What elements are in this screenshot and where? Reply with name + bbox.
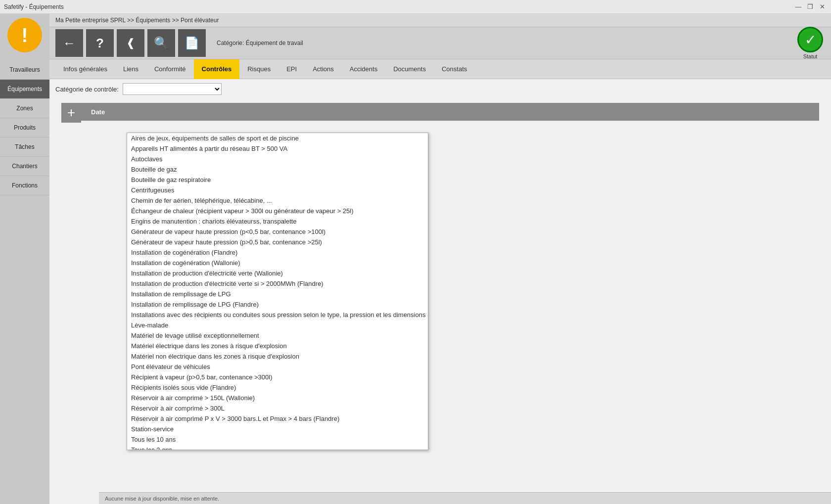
dropdown-item[interactable]: Installation de production d'électricité…: [127, 268, 428, 278]
category-select[interactable]: [123, 83, 222, 95]
search-button[interactable]: 🔍: [147, 29, 175, 57]
tab-risques[interactable]: Risques: [239, 59, 278, 79]
dropdown-item[interactable]: Matériel électrique dans les zones à ris…: [127, 341, 428, 351]
minimize-button[interactable]: —: [793, 2, 803, 12]
dropdown-item[interactable]: Générateur de vapeur haute pression (p>0…: [127, 237, 428, 247]
tab-infos-generales[interactable]: Infos générales: [55, 59, 115, 79]
window-title: Safetify - Équipements: [4, 3, 64, 10]
dropdown-item[interactable]: Installation de cogénération (Flandre): [127, 247, 428, 258]
tab-epi[interactable]: EPI: [278, 59, 305, 79]
table-header: Date: [81, 103, 819, 121]
sidebar-item-produits[interactable]: Produits: [0, 118, 49, 137]
breadcrumb: Ma Petite entreprise SPRL >> Équipements…: [49, 14, 831, 27]
toolbar: ← ? ❰ 🔍 📄 Catégorie: Équipement de trava…: [49, 27, 831, 59]
category-label: Catégorie: Équipement de travail: [217, 40, 303, 46]
dropdown-item[interactable]: Matériel de levage utilisé exceptionnell…: [127, 330, 428, 341]
action-area: + Date: [49, 99, 831, 127]
dropdown-item[interactable]: Installation de remplissage de LPG (Flan…: [127, 299, 428, 310]
dropdown-item[interactable]: Aires de jeux, équipements de salles de …: [127, 133, 428, 143]
dropdown-item[interactable]: Tous les 10 ans: [127, 434, 428, 445]
tab-constats[interactable]: Constats: [434, 59, 475, 79]
dropdown-item[interactable]: Chemin de fer aérien, téléphérique, télé…: [127, 195, 428, 206]
dropdown-list: Aires de jeux, équipements de salles de …: [127, 133, 428, 450]
sidebar-item-fonctions[interactable]: Fonctions: [0, 176, 49, 195]
statut-button[interactable]: ✓ Statut: [797, 27, 823, 59]
statut-circle: ✓: [797, 27, 823, 52]
tab-controles[interactable]: Contrôles: [194, 59, 240, 79]
sidebar-item-equipements[interactable]: Équipements: [0, 80, 49, 99]
add-button[interactable]: +: [61, 103, 81, 123]
close-button[interactable]: ✕: [817, 2, 827, 12]
dropdown-item[interactable]: Tous les 2 ans: [127, 445, 428, 450]
dropdown-item[interactable]: Installation de production d'électricité…: [127, 278, 428, 289]
maximize-button[interactable]: ❐: [805, 2, 815, 12]
sidebar-item-travailleurs[interactable]: Travailleurs: [0, 60, 49, 80]
document-button[interactable]: 📄: [178, 29, 206, 57]
dropdown-container[interactable]: Aires de jeux, équipements de salles de …: [127, 133, 428, 450]
tab-liens[interactable]: Liens: [115, 59, 146, 79]
dropdown-item[interactable]: Centrifugeuses: [127, 185, 428, 195]
filter-row: Catégorie de contrôle:: [49, 79, 831, 99]
statut-label: Statut: [803, 53, 818, 59]
filter-label: Catégorie de contrôle:: [55, 86, 119, 93]
content-wrapper: Catégorie de contrôle: + Date: [49, 79, 831, 504]
sidebar-item-chantiers[interactable]: Chantiers: [0, 157, 49, 176]
dropdown-item[interactable]: Autoclaves: [127, 154, 428, 164]
window-controls: — ❐ ✕: [793, 2, 827, 12]
dropdown-item[interactable]: Matériel non électrique dans les zones à…: [127, 351, 428, 362]
share-button[interactable]: ❰: [117, 29, 144, 57]
dropdown-overlay: Aires de jeux, équipements de salles de …: [49, 79, 831, 504]
dropdown-item[interactable]: Appareils HT alimentés à partir du résea…: [127, 143, 428, 154]
dropdown-item[interactable]: Bouteille de gaz: [127, 164, 428, 175]
content-area: Ma Petite entreprise SPRL >> Équipements…: [49, 14, 831, 504]
dropdown-item[interactable]: Pont élévateur de véhicules: [127, 362, 428, 372]
help-button[interactable]: ?: [86, 29, 114, 57]
dropdown-item[interactable]: Lève-malade: [127, 320, 428, 330]
tab-accidents[interactable]: Accidents: [342, 59, 385, 79]
status-text: Aucune mise à jour disponible, mise en a…: [105, 496, 219, 502]
sidebar-item-zones[interactable]: Zones: [0, 99, 49, 118]
dropdown-item[interactable]: Échangeur de chaleur (récipient vapeur >…: [127, 206, 428, 216]
dropdown-item[interactable]: Engins de manutention : chariots élévate…: [127, 216, 428, 227]
sidebar: ! Travailleurs Équipements Zones Produit…: [0, 14, 49, 504]
dropdown-item[interactable]: Réservoir à air comprimé > 300L: [127, 403, 428, 413]
dropdown-item[interactable]: Réservoir à air comprimé > 150L (Walloni…: [127, 393, 428, 403]
back-button[interactable]: ←: [55, 29, 83, 57]
logo-icon: !: [21, 24, 28, 46]
nav-tabs: Infos générales Liens Conformité Contrôl…: [49, 59, 831, 79]
dropdown-item[interactable]: Récipients isolés sous vide (Flandre): [127, 382, 428, 393]
tab-conformite[interactable]: Conformité: [146, 59, 194, 79]
status-bar: Aucune mise à jour disponible, mise en a…: [99, 492, 831, 504]
main-layout: ! Travailleurs Équipements Zones Produit…: [0, 14, 831, 504]
dropdown-item[interactable]: Installation de remplissage de LPG: [127, 289, 428, 299]
dropdown-item[interactable]: Station-service: [127, 424, 428, 434]
dropdown-item[interactable]: Installation de cogénération (Wallonie): [127, 258, 428, 268]
dropdown-item[interactable]: Récipient à vapeur (p>0,5 bar, contenanc…: [127, 372, 428, 382]
sidebar-item-taches[interactable]: Tâches: [0, 137, 49, 157]
dropdown-item[interactable]: Générateur de vapeur haute pression (p<0…: [127, 227, 428, 237]
date-column-header: Date: [87, 108, 109, 116]
titlebar: Safetify - Équipements — ❐ ✕: [0, 0, 831, 14]
dropdown-item[interactable]: Bouteille de gaz respiratoire: [127, 175, 428, 185]
tab-documents[interactable]: Documents: [385, 59, 434, 79]
dropdown-item[interactable]: Installations avec des récipients ou con…: [127, 310, 428, 320]
tab-actions[interactable]: Actions: [305, 59, 342, 79]
dropdown-item[interactable]: Réservoir à air comprimé P x V > 3000 ba…: [127, 413, 428, 424]
app-logo: !: [7, 18, 42, 52]
